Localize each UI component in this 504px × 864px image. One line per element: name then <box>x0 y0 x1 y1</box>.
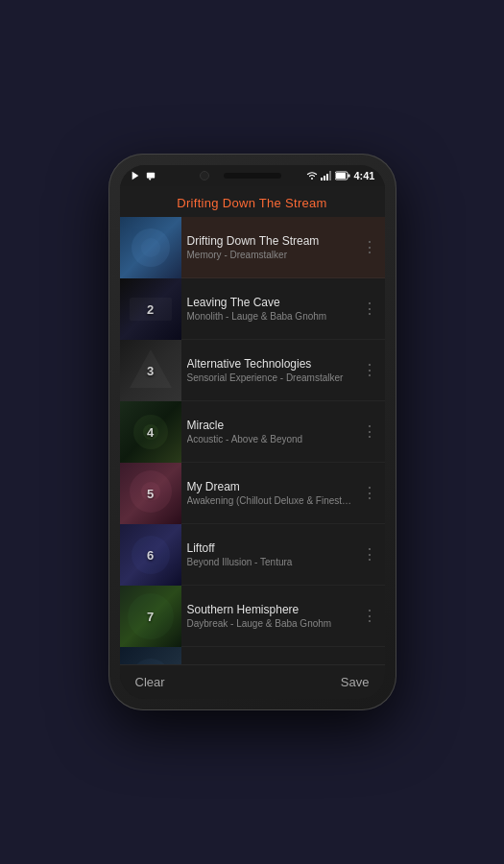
svg-marker-2 <box>148 179 151 181</box>
track-meta: Awakening (Chillout Deluxe & Finest L... <box>187 495 354 506</box>
wifi-icon <box>306 171 318 180</box>
track-info: Alternative Technologies Sensorial Exper… <box>181 357 360 383</box>
track-meta: Daybreak - Lauge & Baba Gnohm <box>187 618 354 629</box>
track-more-button[interactable]: ⋮ <box>360 300 379 318</box>
track-name: My Dream <box>187 480 354 493</box>
thumb-decoration-icon <box>120 647 181 665</box>
playlist-title: Drifting Down The Stream <box>177 196 327 210</box>
status-left-icons <box>130 171 156 180</box>
track-more-button[interactable]: ⋮ <box>360 361 379 379</box>
app-header: Drifting Down The Stream <box>120 186 385 217</box>
track-number: 2 <box>147 301 154 316</box>
svg-rect-3 <box>321 178 323 180</box>
track-meta: Beyond Illusion - Tentura <box>187 557 354 567</box>
signal-icon <box>321 171 332 180</box>
track-info: Southern Hemisphere Daybreak - Lauge & B… <box>181 603 360 629</box>
track-info: Miracle Acoustic - Above & Beyond <box>181 419 360 444</box>
track-thumbnail: 6 <box>120 524 181 586</box>
track-name: Alternative Technologies <box>187 357 354 371</box>
svg-marker-0 <box>132 172 138 180</box>
track-name: Drifting Down The Stream <box>187 234 354 248</box>
track-info: Drifting Down The Stream Memory - Dreams… <box>181 234 360 260</box>
svg-rect-5 <box>326 174 328 180</box>
svg-rect-6 <box>329 171 331 180</box>
track-thumbnail: 8 <box>120 647 181 665</box>
track-more-button[interactable]: ⋮ <box>360 607 379 625</box>
track-name: Liftoff <box>187 541 354 555</box>
track-more-button[interactable]: ⋮ <box>360 484 379 502</box>
track-thumbnail: 3 <box>120 340 181 401</box>
track-item[interactable]: 3 Alternative Technologies Sensorial Exp… <box>120 340 385 401</box>
track-thumbnail: 4 <box>120 401 181 463</box>
track-thumbnail: 7 <box>120 586 181 647</box>
track-item[interactable]: 7 Southern Hemisphere Daybreak - Lauge &… <box>120 586 385 647</box>
svg-rect-4 <box>324 176 325 180</box>
track-info: My Dream Awakening (Chillout Deluxe & Fi… <box>181 480 360 506</box>
track-item[interactable]: 6 Liftoff Beyond Illusion - Tentura ⋮ <box>120 524 385 586</box>
track-meta: Acoustic - Above & Beyond <box>187 434 354 444</box>
track-name: Leaving The Cave <box>187 296 354 309</box>
track-number: 5 <box>147 486 154 500</box>
track-number: 4 <box>147 424 154 439</box>
track-number: 7 <box>147 609 154 623</box>
play-status-icon <box>130 171 141 180</box>
track-more-button[interactable]: ⋮ <box>360 545 379 564</box>
svg-rect-8 <box>348 175 350 178</box>
clear-button[interactable]: Clear <box>135 675 165 689</box>
status-bar: 4:41 <box>120 165 385 186</box>
track-item[interactable]: Drifting Down The Stream Memory - Dreams… <box>120 217 385 278</box>
track-item[interactable]: 4 Miracle Acoustic - Above & Beyond ⋮ <box>120 401 385 463</box>
bottom-bar: Clear Save <box>120 664 385 699</box>
track-more-button[interactable]: ⋮ <box>360 422 379 441</box>
track-name: Miracle <box>187 419 354 432</box>
svg-point-20 <box>132 659 170 665</box>
clock: 4:41 <box>353 170 374 181</box>
track-info: Leaving The Cave Monolith - Lauge & Baba… <box>181 296 360 322</box>
track-meta: Memory - Dreamstalker <box>187 250 354 260</box>
track-meta: Monolith - Lauge & Baba Gnohm <box>187 311 354 322</box>
track-item[interactable]: 2 Leaving The Cave Monolith - Lauge & Ba… <box>120 278 385 340</box>
track-more-button[interactable]: ⋮ <box>360 238 379 256</box>
track-list: Drifting Down The Stream Memory - Dreams… <box>120 217 385 664</box>
svg-rect-9 <box>336 173 346 179</box>
track-number: 3 <box>147 363 154 377</box>
battery-icon <box>335 171 350 180</box>
phone-frame: 4:41 Drifting Down The Stream Drifting D… <box>108 154 396 710</box>
svg-rect-1 <box>146 173 154 179</box>
track-thumbnail <box>120 217 181 278</box>
svg-point-11 <box>141 238 160 257</box>
track-thumbnail: 5 <box>120 463 181 524</box>
track-info: Liftoff Beyond Illusion - Tentura <box>181 541 360 567</box>
track-item[interactable]: 5 My Dream Awakening (Chillout Deluxe & … <box>120 463 385 524</box>
track-number: 6 <box>147 547 154 562</box>
save-button[interactable]: Save <box>341 675 370 689</box>
phone-screen: 4:41 Drifting Down The Stream Drifting D… <box>120 165 385 699</box>
track-thumbnail: 2 <box>120 278 181 340</box>
thumb-decoration-icon <box>120 217 181 278</box>
track-name: Southern Hemisphere <box>187 603 354 616</box>
track-meta: Sensorial Experience - Dreamstalker <box>187 372 354 383</box>
track-item[interactable]: 8 Alone ft. Lauren Evans Intense - Armin… <box>120 647 385 664</box>
status-right-icons: 4:41 <box>306 170 374 181</box>
notification-status-icon <box>145 171 156 180</box>
